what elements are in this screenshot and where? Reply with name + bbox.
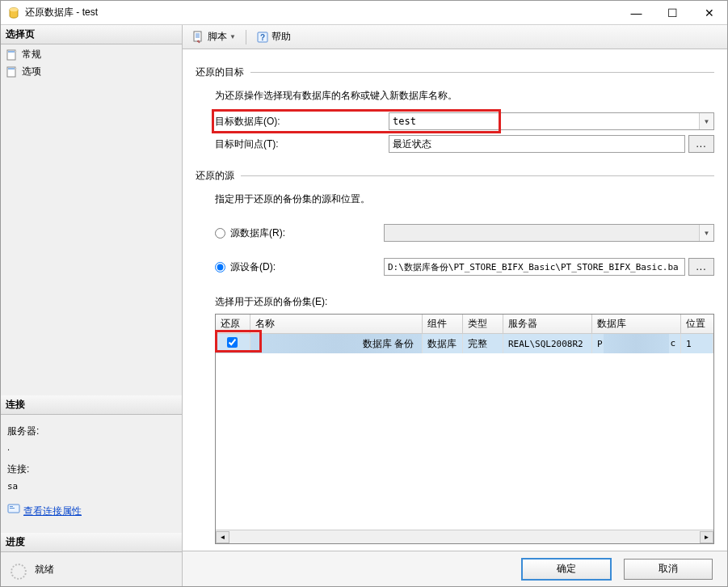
page-icon xyxy=(6,49,19,61)
grid-cell-component: 数据库 xyxy=(423,334,463,354)
backup-sets-grid[interactable]: 还原 名称 组件 类型 服务器 数据库 位置 xyxy=(215,314,714,544)
horizontal-scrollbar[interactable]: ◄ ► xyxy=(216,530,713,543)
grid-cell-database: P c xyxy=(592,334,681,354)
toolbar: 脚本 ▼ ? 帮助 xyxy=(183,25,727,49)
page-icon xyxy=(6,65,19,78)
target-time-browse-button[interactable]: ... xyxy=(688,135,714,153)
script-button[interactable]: 脚本 ▼ xyxy=(189,28,239,45)
svg-rect-3 xyxy=(8,51,15,53)
server-value: . xyxy=(7,440,175,456)
source-database-combo: ▼ xyxy=(384,224,714,242)
cancel-button[interactable]: 取消 xyxy=(624,559,713,580)
server-label: 服务器: xyxy=(7,423,175,441)
target-db-combo[interactable]: test ▼ xyxy=(389,112,714,130)
target-time-label: 目标时间点(T): xyxy=(215,137,389,151)
ok-button[interactable]: 确定 xyxy=(522,559,611,580)
backup-sets-label: 选择用于还原的备份集(E): xyxy=(215,295,714,309)
database-icon xyxy=(7,6,20,19)
source-device-radio[interactable]: 源设备(D): xyxy=(215,260,384,274)
source-desc: 指定用于还原的备份集的源和位置。 xyxy=(215,192,714,206)
footer: 确定 取消 xyxy=(183,551,727,586)
grid-cell-position: 1 xyxy=(681,334,713,354)
target-section-title: 还原的目标 xyxy=(196,65,714,79)
view-connection-properties-link[interactable]: 查看连接属性 xyxy=(7,502,82,522)
grid-cell-type: 完整 xyxy=(463,334,503,354)
connection-header: 连接 xyxy=(1,395,182,415)
sidebar-item-label: 常规 xyxy=(22,48,41,61)
svg-rect-9 xyxy=(194,32,201,41)
help-button[interactable]: ? 帮助 xyxy=(253,28,294,45)
chevron-down-icon[interactable]: ▼ xyxy=(699,113,713,129)
grid-cell-name: 数据库 备份 xyxy=(250,334,423,354)
progress-icon xyxy=(11,564,27,580)
minimize-button[interactable]: — xyxy=(618,1,654,24)
grid-row[interactable]: 数据库 备份 数据库 完整 REAL\SQL2008R2 P c xyxy=(216,334,713,354)
sidebar: 选择页 常规 选项 连接 服务器: xyxy=(1,25,183,586)
connection-value: sa xyxy=(7,479,175,495)
help-icon: ? xyxy=(256,31,269,44)
svg-rect-8 xyxy=(10,508,15,509)
script-icon xyxy=(192,31,205,44)
svg-rect-7 xyxy=(10,506,13,507)
dropdown-arrow-icon: ▼ xyxy=(229,33,236,40)
target-db-label: 目标数据库(O): xyxy=(215,115,389,129)
connection-label: 连接: xyxy=(7,461,175,479)
progress-header: 进度 xyxy=(1,533,182,552)
grid-cell-server: REAL\SQL2008R2 xyxy=(503,334,592,354)
sidebar-item-general[interactable]: 常规 xyxy=(4,46,179,63)
title-bar: 还原数据库 - test — ☐ ✕ xyxy=(1,1,727,25)
svg-text:?: ? xyxy=(260,33,265,42)
scroll-left-icon[interactable]: ◄ xyxy=(216,531,229,543)
svg-point-1 xyxy=(10,7,18,11)
grid-header-row: 还原 名称 组件 类型 服务器 数据库 位置 xyxy=(216,315,713,334)
window-title: 还原数据库 - test xyxy=(25,6,618,19)
properties-icon xyxy=(7,502,20,522)
sidebar-item-options[interactable]: 选项 xyxy=(4,63,179,80)
close-button[interactable]: ✕ xyxy=(691,1,727,24)
scroll-right-icon[interactable]: ► xyxy=(700,531,713,543)
source-device-field[interactable] xyxy=(384,258,685,276)
maximize-button[interactable]: ☐ xyxy=(654,1,691,24)
source-device-browse-button[interactable]: ... xyxy=(688,258,714,276)
svg-rect-5 xyxy=(8,68,15,70)
target-time-field[interactable] xyxy=(389,135,685,153)
sidebar-item-label: 选项 xyxy=(22,65,41,78)
source-section-title: 还原的源 xyxy=(196,169,714,183)
select-page-header: 选择页 xyxy=(1,25,182,44)
target-desc: 为还原操作选择现有数据库的名称或键入新数据库名称。 xyxy=(215,89,714,103)
progress-status: 就绪 xyxy=(35,563,54,576)
source-database-radio[interactable]: 源数据库(R): xyxy=(215,226,384,240)
restore-checkbox[interactable] xyxy=(225,336,240,351)
chevron-down-icon: ▼ xyxy=(699,225,713,241)
